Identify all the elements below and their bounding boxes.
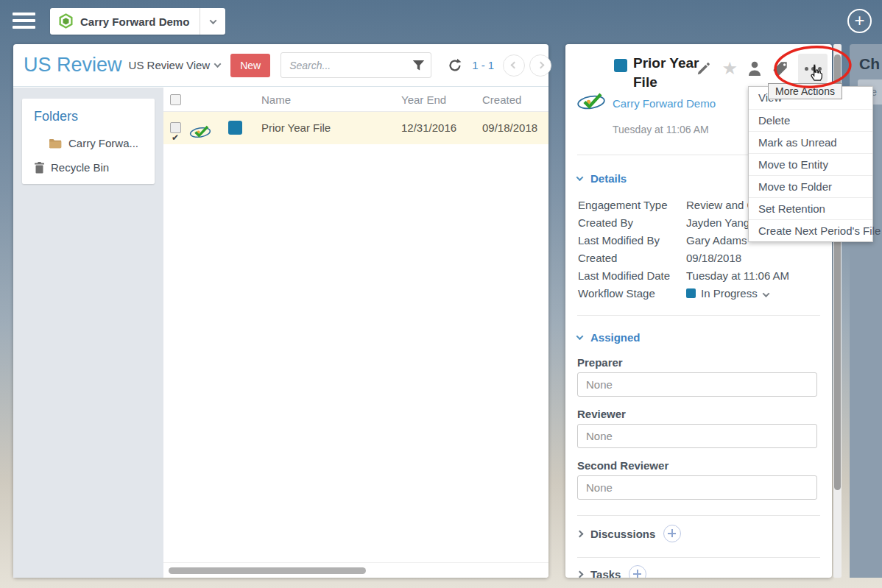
view-selector-label: US Review View [129, 59, 211, 71]
field-value: Tuesday at 11:06 AM [686, 269, 789, 282]
field-label: Workflow Stage [578, 287, 655, 300]
tasks-section-toggle[interactable]: Tasks [577, 565, 646, 578]
field-value: Gary Adams [686, 234, 747, 247]
field-label: Engagement Type [578, 199, 667, 211]
column-header-year-end[interactable]: Year End [401, 88, 446, 112]
row-checkbox[interactable] [170, 122, 181, 133]
field-label: Created [578, 252, 617, 264]
field-label: Last Modified By [578, 234, 660, 247]
column-header-name[interactable]: Name [261, 88, 291, 112]
second-reviewer-field[interactable] [577, 475, 817, 500]
add-task-button[interactable] [629, 565, 646, 578]
search-input[interactable] [281, 60, 406, 71]
tag-icon [772, 60, 788, 77]
trash-icon [35, 162, 44, 174]
horizontal-scrollbar-thumb[interactable] [169, 567, 366, 574]
hamburger-menu-icon[interactable] [13, 13, 35, 30]
next-page-button[interactable] [529, 54, 551, 77]
chevron-down-icon [214, 60, 222, 68]
horizontal-scrollbar [163, 562, 548, 578]
refresh-button[interactable] [448, 58, 462, 73]
ellipsis-icon [805, 67, 808, 71]
folder-item[interactable]: Carry Forwa... [22, 133, 155, 157]
search-box [281, 52, 431, 78]
file-app-logo-icon [188, 120, 212, 152]
assigned-heading: Assigned [590, 331, 641, 344]
field-label: Last Modified Date [578, 269, 670, 282]
menu-item-move-to-folder[interactable]: Move to Folder [749, 175, 872, 197]
assigned-section: Assigned Preparer Reviewer Second Review… [577, 331, 820, 344]
previous-page-button[interactable] [503, 54, 525, 77]
menu-item-mark-as-unread[interactable]: Mark as Unread [749, 131, 872, 153]
edge-panel-heading: Ch [859, 55, 880, 73]
menu-item-move-to-entity[interactable]: Move to Entity [749, 153, 872, 175]
person-icon [747, 60, 762, 77]
more-actions-button[interactable] [798, 54, 828, 83]
detail-toolbar: ★ [696, 54, 828, 83]
more-actions-tooltip: More Actions [768, 83, 842, 99]
new-button[interactable]: New [230, 54, 270, 77]
more-actions-menu: View Delete Mark as Unread Move to Entit… [748, 86, 873, 242]
tag-button[interactable] [772, 60, 788, 77]
pager [503, 54, 551, 77]
pagination-count: 1 - 1 [472, 59, 494, 71]
assign-user-button[interactable] [747, 60, 762, 77]
list-header: US Review US Review View New 1 - 1 [13, 44, 548, 87]
preparer-label: Preparer [577, 356, 623, 369]
table-row[interactable]: Prior Year File 12/31/2016 09/18/2018 [163, 112, 548, 144]
select-all-checkbox[interactable] [170, 94, 181, 105]
folders-heading: Folders [34, 109, 155, 124]
second-reviewer-label: Second Reviewer [577, 459, 668, 472]
divider [577, 515, 820, 516]
view-selector[interactable]: US Review View [129, 59, 221, 71]
table-header-row: Name Year End Created [163, 88, 548, 112]
favorite-star-icon[interactable]: ★ [722, 60, 738, 77]
chevron-right-icon [576, 530, 584, 537]
entity-dropdown-button[interactable] [200, 8, 225, 35]
menu-item-create-next-periods-file[interactable]: Create Next Period's File [749, 219, 872, 241]
preparer-field[interactable] [577, 372, 817, 397]
chevron-down-icon [209, 17, 216, 24]
in-progress-status-icon [686, 288, 696, 298]
field-value: Review and C [686, 199, 755, 211]
tasks-label: Tasks [590, 568, 621, 578]
file-list-panel: US Review US Review View New 1 - 1 [13, 44, 548, 578]
workflow-stage-value: In Progress [701, 287, 758, 300]
sidebar-item-recycle-bin[interactable]: Recycle Bin [22, 157, 155, 174]
field-value: Jayden Yang [686, 216, 749, 229]
pencil-icon [696, 60, 712, 77]
add-button[interactable]: + [847, 9, 872, 33]
menu-item-set-retention[interactable]: Set Retention [749, 197, 872, 219]
file-app-logo-icon [576, 90, 607, 115]
add-discussion-button[interactable] [663, 525, 681, 542]
folders-card: Folders Carry Forwa... Recycle Bin [22, 99, 155, 184]
reviewer-field[interactable] [577, 424, 817, 448]
discussions-section-toggle[interactable]: Discussions [577, 525, 681, 542]
divider [577, 557, 820, 558]
field-value: 09/18/2018 [686, 252, 741, 264]
file-table: Name Year End Created Prior Year File 12… [163, 88, 548, 578]
refresh-icon [448, 58, 462, 73]
edit-button[interactable] [696, 60, 712, 77]
filter-funnel-icon [412, 60, 425, 71]
chevron-right-icon [537, 62, 544, 69]
discussions-label: Discussions [590, 528, 655, 540]
year-end-cell: 12/31/2016 [401, 112, 456, 144]
menu-item-delete[interactable]: Delete [749, 109, 872, 131]
file-status-square [614, 59, 627, 72]
entity-selector-main[interactable]: Carry Forward Demo [50, 8, 200, 35]
folders-sidebar: Folders Carry Forwa... Recycle Bin [13, 88, 163, 578]
created-cell: 09/18/2018 [482, 112, 537, 144]
chevron-down-icon [576, 174, 584, 181]
column-header-created[interactable]: Created [482, 88, 521, 112]
divider [577, 315, 820, 316]
chevron-right-icon [576, 570, 584, 578]
file-name-cell[interactable]: Prior Year File [261, 112, 331, 144]
folder-item-label: Carry Forwa... [68, 137, 138, 149]
workflow-stage-dropdown[interactable]: In Progress [686, 287, 769, 300]
filter-button[interactable] [406, 60, 431, 71]
file-status-square [228, 121, 242, 135]
assigned-section-toggle[interactable]: Assigned [577, 331, 820, 344]
entity-selector[interactable]: Carry Forward Demo [50, 8, 225, 35]
entity-link[interactable]: Carry Forward Demo [613, 97, 716, 110]
